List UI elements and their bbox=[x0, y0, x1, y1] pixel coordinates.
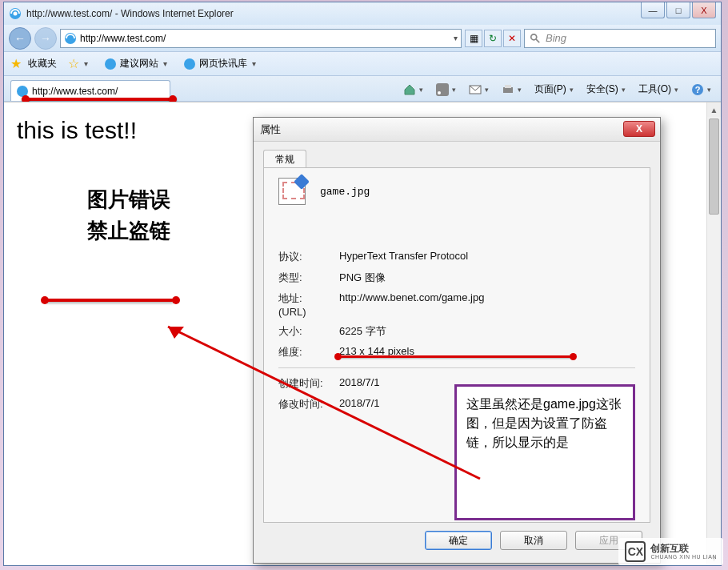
annotation-dot bbox=[334, 353, 342, 360]
annotation-dot bbox=[570, 353, 577, 360]
refresh-button[interactable]: ↻ bbox=[484, 30, 502, 47]
annotation-text: 这里虽然还是game.jpg这张图，但是因为设置了防盗链，所以显示的是 bbox=[466, 397, 622, 449]
ok-button[interactable]: 确定 bbox=[425, 531, 492, 550]
dialog-title: 属性 bbox=[260, 122, 281, 137]
tools-menu[interactable]: 工具(O) bbox=[635, 81, 682, 98]
printer-icon bbox=[502, 83, 514, 96]
ie-icon bbox=[64, 32, 77, 45]
tab-label: http://www.test.com/ bbox=[32, 86, 118, 97]
cancel-button[interactable]: 取消 bbox=[500, 531, 567, 550]
type-value: PNG 图像 bbox=[339, 271, 635, 285]
dialog-close-button[interactable]: X bbox=[623, 121, 655, 137]
protocol-label: 协议: bbox=[278, 250, 339, 264]
hotlink-error-image: 图片错误 禁止盗链 bbox=[49, 184, 209, 247]
home-icon bbox=[403, 83, 416, 96]
annotation-box: 这里虽然还是game.jpg这张图，但是因为设置了防盗链，所以显示的是 bbox=[454, 384, 635, 520]
window-title: http://www.test.com/ - Windows Internet … bbox=[26, 8, 234, 19]
navigation-bar: ← → http://www.test.com/ ▾ ▦ ↻ ✕ Bing bbox=[4, 25, 721, 52]
ie-icon bbox=[104, 58, 117, 70]
size-value: 6225 字节 bbox=[339, 324, 635, 339]
modified-label: 修改时间: bbox=[278, 397, 339, 411]
annotation-dot bbox=[172, 296, 180, 304]
img-error-line2: 禁止盗链 bbox=[49, 215, 209, 247]
url-value: http://www.benet.com/game.jpg bbox=[339, 291, 635, 303]
close-button[interactable]: X bbox=[692, 2, 716, 18]
dialog-titlebar: 属性 X bbox=[254, 118, 660, 142]
mail-icon bbox=[469, 83, 482, 96]
svg-rect-11 bbox=[503, 87, 513, 93]
maximize-button[interactable]: □ bbox=[666, 2, 690, 18]
search-box[interactable]: Bing bbox=[524, 29, 716, 48]
command-bar: 页面(P) 安全(S) 工具(O) ? bbox=[400, 81, 714, 101]
protocol-value: HyperText Transfer Protocol bbox=[339, 250, 635, 262]
rss-icon bbox=[436, 83, 449, 96]
search-icon bbox=[530, 33, 541, 44]
address-controls: ▦ ↻ ✕ bbox=[465, 30, 521, 47]
ie-icon bbox=[9, 7, 22, 20]
feeds-button[interactable] bbox=[433, 82, 459, 98]
home-button[interactable] bbox=[400, 82, 426, 98]
svg-rect-8 bbox=[436, 83, 449, 96]
address-text: http://www.test.com/ bbox=[80, 33, 166, 44]
minimize-button[interactable]: — bbox=[641, 2, 665, 18]
tab-bar: http://www.test.com/ 页面(P) 安全(S) 工具(O) ? bbox=[4, 76, 721, 102]
web-slice-gallery[interactable]: 网页快讯库 bbox=[178, 55, 261, 72]
favorites-bar: ★ 收藏夹 ☆ 建议网站 网页快讯库 bbox=[4, 52, 721, 76]
dim-label: 维度: bbox=[278, 345, 339, 359]
annotation-underline bbox=[26, 98, 170, 101]
annotation-underline bbox=[339, 355, 571, 358]
img-error-line1: 图片错误 bbox=[49, 184, 209, 215]
page-menu[interactable]: 页面(P) bbox=[531, 81, 577, 98]
help-button[interactable]: ? bbox=[688, 82, 714, 98]
vertical-scrollbar[interactable]: ▲ ▼ bbox=[706, 102, 721, 565]
general-panel: game.jpg 协议:HyperText Transfer Protocol … bbox=[263, 167, 650, 523]
compat-button[interactable]: ▦ bbox=[465, 30, 482, 47]
stop-button[interactable]: ✕ bbox=[503, 30, 521, 47]
properties-dialog: 属性 X 常规 game.jpg 协议:HyperText Transfer P… bbox=[253, 117, 661, 564]
window-controls: — □ X bbox=[641, 2, 716, 18]
type-label: 类型: bbox=[278, 271, 339, 285]
suggested-sites[interactable]: 建议网站 bbox=[99, 55, 172, 72]
forward-button[interactable]: → bbox=[34, 27, 57, 50]
add-favorite-button[interactable]: ☆ bbox=[63, 54, 93, 73]
watermark: CX 创新互联 CHUANG XIN HU LIAN bbox=[618, 538, 723, 565]
back-button[interactable]: ← bbox=[9, 27, 31, 50]
svg-line-4 bbox=[536, 38, 539, 42]
svg-point-1 bbox=[14, 12, 18, 16]
dialog-body: 常规 game.jpg 协议:HyperText Transfer Protoc… bbox=[254, 142, 660, 563]
mail-button[interactable] bbox=[466, 82, 492, 98]
svg-rect-12 bbox=[505, 85, 511, 88]
scroll-thumb[interactable] bbox=[709, 118, 719, 215]
svg-point-9 bbox=[438, 91, 441, 94]
scroll-up-arrow[interactable]: ▲ bbox=[707, 102, 721, 117]
size-label: 大小: bbox=[278, 324, 339, 339]
filename: game.jpg bbox=[320, 186, 370, 198]
annotation-underline bbox=[46, 299, 174, 302]
print-button[interactable] bbox=[498, 82, 525, 98]
address-bar[interactable]: http://www.test.com/ ▾ bbox=[60, 29, 462, 48]
svg-text:?: ? bbox=[695, 85, 701, 94]
watermark-logo: CX bbox=[625, 541, 646, 562]
dialog-buttons: 确定 取消 应用 bbox=[263, 523, 650, 558]
ie-icon bbox=[183, 58, 196, 70]
annotation-dot bbox=[41, 296, 49, 304]
titlebar: http://www.test.com/ - Windows Internet … bbox=[4, 2, 721, 25]
watermark-en: CHUANG XIN HU LIAN bbox=[650, 554, 717, 560]
svg-point-5 bbox=[105, 58, 116, 70]
help-icon: ? bbox=[691, 83, 704, 96]
url-label: 地址: (URL) bbox=[278, 291, 339, 318]
watermark-cn: 创新互联 bbox=[650, 544, 717, 554]
safety-menu[interactable]: 安全(S) bbox=[583, 81, 629, 98]
favorites-label[interactable]: 收藏夹 bbox=[28, 57, 57, 70]
svg-point-6 bbox=[184, 58, 195, 70]
favorites-star-icon[interactable]: ★ bbox=[10, 56, 22, 71]
file-icon bbox=[278, 178, 306, 205]
created-label: 创建时间: bbox=[278, 376, 339, 391]
svg-point-3 bbox=[531, 34, 537, 39]
search-placeholder: Bing bbox=[546, 32, 566, 44]
